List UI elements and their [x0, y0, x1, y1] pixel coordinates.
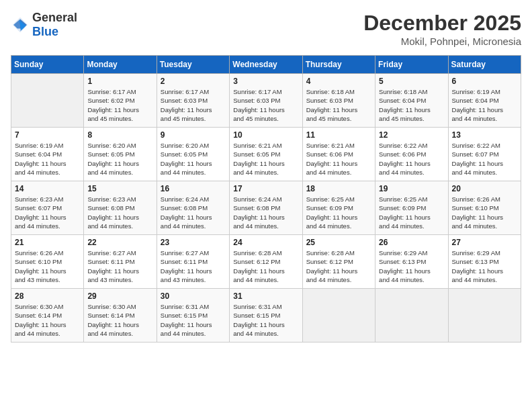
sunrise: Sunrise: 6:27 AM: [161, 248, 226, 257]
header-wednesday: Wednesday: [230, 56, 302, 74]
calendar-cell: 11Sunrise: 6:21 AMSunset: 6:06 PMDayligh…: [302, 128, 375, 181]
calendar-cell: 29Sunrise: 6:30 AMSunset: 6:14 PMDayligh…: [84, 289, 157, 342]
day-number: 14: [15, 184, 80, 193]
logo-icon: [11, 15, 30, 34]
day-info: Sunrise: 6:29 AMSunset: 6:13 PMDaylight:…: [452, 248, 517, 284]
day-number: 26: [379, 238, 444, 247]
sunset: Sunset: 6:03 PM: [306, 96, 371, 105]
calendar-cell: 19Sunrise: 6:25 AMSunset: 6:09 PMDayligh…: [375, 181, 448, 235]
sunset: Sunset: 6:04 PM: [452, 96, 517, 105]
week-row-4: 28Sunrise: 6:30 AMSunset: 6:14 PMDayligh…: [11, 289, 521, 342]
calendar-cell: [375, 289, 448, 342]
sunrise: Sunrise: 6:28 AM: [233, 248, 298, 257]
sunrise: Sunrise: 6:30 AM: [87, 302, 152, 311]
day-number: 21: [15, 238, 80, 247]
day-number: 16: [161, 184, 226, 193]
day-number: 2: [161, 77, 226, 86]
day-number: 17: [233, 184, 298, 193]
daylight-line1: Daylight: 11 hours: [379, 213, 444, 222]
sunrise: Sunrise: 6:26 AM: [15, 248, 80, 257]
month-title: December 2025: [363, 11, 521, 36]
day-info: Sunrise: 6:31 AMSunset: 6:15 PMDaylight:…: [233, 302, 298, 338]
daylight-line1: Daylight: 11 hours: [161, 105, 226, 114]
sunset: Sunset: 6:12 PM: [306, 257, 371, 266]
daylight-line1: Daylight: 11 hours: [15, 213, 80, 222]
calendar-cell: 2Sunrise: 6:17 AMSunset: 6:03 PMDaylight…: [157, 74, 229, 128]
week-row-0: 1Sunrise: 6:17 AMSunset: 6:02 PMDaylight…: [11, 74, 521, 128]
day-number: 29: [87, 291, 152, 301]
logo: General Blue: [11, 11, 77, 39]
day-info: Sunrise: 6:26 AMSunset: 6:10 PMDaylight:…: [452, 195, 517, 230]
day-info: Sunrise: 6:22 AMSunset: 6:07 PMDaylight:…: [452, 141, 517, 177]
header-row: SundayMondayTuesdayWednesdayThursdayFrid…: [11, 56, 521, 74]
sunset: Sunset: 6:05 PM: [233, 150, 298, 158]
sunrise: Sunrise: 6:23 AM: [87, 195, 152, 203]
day-info: Sunrise: 6:22 AMSunset: 6:06 PMDaylight:…: [379, 141, 444, 177]
sunset: Sunset: 6:08 PM: [161, 203, 226, 212]
calendar-cell: 3Sunrise: 6:17 AMSunset: 6:03 PMDaylight…: [230, 74, 302, 128]
day-info: Sunrise: 6:29 AMSunset: 6:13 PMDaylight:…: [379, 248, 444, 284]
sunset: Sunset: 6:13 PM: [452, 257, 517, 266]
sunset: Sunset: 6:11 PM: [161, 257, 226, 266]
day-info: Sunrise: 6:18 AMSunset: 6:03 PMDaylight:…: [306, 87, 371, 123]
page-header: General Blue December 2025 Mokil, Pohnpe…: [11, 11, 521, 47]
sunset: Sunset: 6:03 PM: [233, 96, 298, 105]
calendar-cell: 30Sunrise: 6:31 AMSunset: 6:15 PMDayligh…: [157, 289, 229, 342]
day-number: 20: [452, 184, 517, 193]
day-number: 31: [233, 291, 298, 301]
daylight-line2: and 44 minutes.: [15, 222, 80, 230]
sunset: Sunset: 6:15 PM: [161, 311, 226, 320]
calendar-cell: 17Sunrise: 6:24 AMSunset: 6:08 PMDayligh…: [230, 181, 302, 235]
day-number: 9: [161, 130, 226, 140]
calendar-cell: 1Sunrise: 6:17 AMSunset: 6:02 PMDaylight…: [84, 74, 157, 128]
sunset: Sunset: 6:09 PM: [379, 203, 444, 212]
header-sunday: Sunday: [11, 56, 84, 74]
day-number: 25: [306, 238, 371, 247]
sunrise: Sunrise: 6:23 AM: [15, 195, 80, 203]
daylight-line2: and 44 minutes.: [161, 329, 226, 338]
sunrise: Sunrise: 6:28 AM: [306, 248, 371, 257]
daylight-line1: Daylight: 11 hours: [306, 213, 371, 222]
day-info: Sunrise: 6:21 AMSunset: 6:06 PMDaylight:…: [306, 141, 371, 177]
daylight-line1: Daylight: 11 hours: [161, 159, 226, 168]
calendar-cell: 21Sunrise: 6:26 AMSunset: 6:10 PMDayligh…: [11, 235, 84, 289]
calendar-cell: 7Sunrise: 6:19 AMSunset: 6:04 PMDaylight…: [11, 128, 84, 181]
day-info: Sunrise: 6:28 AMSunset: 6:12 PMDaylight:…: [233, 248, 298, 284]
daylight-line2: and 44 minutes.: [87, 329, 152, 338]
day-number: 8: [87, 130, 152, 140]
day-number: 5: [379, 77, 444, 86]
day-info: Sunrise: 6:23 AMSunset: 6:07 PMDaylight:…: [15, 195, 80, 230]
daylight-line1: Daylight: 11 hours: [379, 159, 444, 168]
day-number: 3: [233, 77, 298, 86]
sunset: Sunset: 6:10 PM: [452, 203, 517, 212]
calendar-cell: 14Sunrise: 6:23 AMSunset: 6:07 PMDayligh…: [11, 181, 84, 235]
sunset: Sunset: 6:04 PM: [15, 150, 80, 158]
sunset: Sunset: 6:14 PM: [87, 311, 152, 320]
day-info: Sunrise: 6:28 AMSunset: 6:12 PMDaylight:…: [306, 248, 371, 284]
day-number: 19: [379, 184, 444, 193]
sunset: Sunset: 6:08 PM: [87, 203, 152, 212]
daylight-line2: and 45 minutes.: [306, 114, 371, 123]
daylight-line2: and 45 minutes.: [161, 114, 226, 123]
daylight-line2: and 44 minutes.: [161, 168, 226, 177]
calendar-cell: 31Sunrise: 6:31 AMSunset: 6:15 PMDayligh…: [230, 289, 302, 342]
calendar-cell: 4Sunrise: 6:18 AMSunset: 6:03 PMDaylight…: [302, 74, 375, 128]
title-area: December 2025 Mokil, Pohnpei, Micronesia: [363, 11, 521, 47]
sunset: Sunset: 6:12 PM: [233, 257, 298, 266]
daylight-line1: Daylight: 11 hours: [452, 213, 517, 222]
calendar-cell: 20Sunrise: 6:26 AMSunset: 6:10 PMDayligh…: [448, 181, 521, 235]
sunrise: Sunrise: 6:22 AM: [379, 141, 444, 150]
calendar-cell: 10Sunrise: 6:21 AMSunset: 6:05 PMDayligh…: [230, 128, 302, 181]
sunrise: Sunrise: 6:19 AM: [15, 141, 80, 150]
day-number: 7: [15, 130, 80, 140]
daylight-line2: and 45 minutes.: [379, 114, 444, 123]
daylight-line2: and 45 minutes.: [87, 114, 152, 123]
logo-blue: Blue: [32, 25, 58, 38]
daylight-line2: and 45 minutes.: [233, 114, 298, 123]
daylight-line1: Daylight: 11 hours: [233, 105, 298, 114]
daylight-line2: and 44 minutes.: [452, 222, 517, 230]
daylight-line2: and 44 minutes.: [15, 168, 80, 177]
day-number: 18: [306, 184, 371, 193]
sunrise: Sunrise: 6:26 AM: [452, 195, 517, 203]
calendar-cell: 18Sunrise: 6:25 AMSunset: 6:09 PMDayligh…: [302, 181, 375, 235]
